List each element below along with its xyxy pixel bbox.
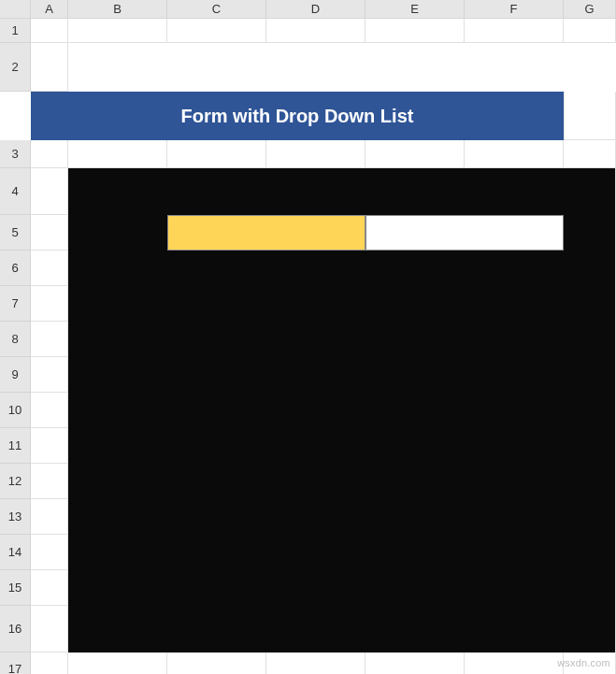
row-header-8[interactable]: 8 [0,322,31,357]
cell-C17[interactable] [167,652,266,674]
cell-D3[interactable] [266,140,365,168]
cell-A15[interactable] [31,570,68,606]
cell-F13[interactable] [465,499,564,535]
row-header-10[interactable]: 10 [0,393,31,428]
row-header-11[interactable]: 11 [0,428,31,464]
cell-F17[interactable] [465,652,564,674]
cell-G13[interactable] [564,499,616,535]
cell-E13[interactable] [365,499,465,535]
cell-B8[interactable] [68,322,167,357]
row-header-9[interactable]: 9 [0,357,31,393]
cell-C1[interactable] [167,19,266,43]
cell-F8[interactable] [465,322,564,357]
cell-A1[interactable] [31,19,68,43]
cell-F7[interactable] [465,286,564,322]
cell-C3[interactable] [167,140,266,168]
cell-B5[interactable] [68,215,167,251]
cell-D17[interactable] [266,652,365,674]
row-header-15[interactable]: 15 [0,570,31,606]
cell-B13[interactable] [68,499,167,535]
cell-C13[interactable] [167,499,266,535]
cell-B4[interactable] [68,168,167,215]
cell-B12[interactable] [68,464,167,499]
cell-E3[interactable] [365,140,465,168]
cell-E6[interactable] [365,251,465,286]
cell-D4[interactable] [266,168,365,215]
col-header-C[interactable]: C [167,0,266,19]
cell-G5[interactable] [564,215,616,251]
cell-D11[interactable] [266,428,365,464]
cell-G4[interactable] [564,168,616,215]
row-header-7[interactable]: 7 [0,286,31,322]
cell-C16[interactable] [167,606,266,652]
cell-F15[interactable] [465,570,564,606]
cell-B10[interactable] [68,393,167,428]
cell-D15[interactable] [266,570,365,606]
cell-G7[interactable] [564,286,616,322]
cell-G9[interactable] [564,357,616,393]
cell-F16[interactable] [465,606,564,652]
cell-E10[interactable] [365,393,465,428]
cell-C9[interactable] [167,357,266,393]
cell-E14[interactable] [365,535,465,570]
cell-A5[interactable] [31,215,68,251]
row-header-5[interactable]: 5 [0,215,31,251]
cell-B16[interactable] [68,606,167,652]
cell-F12[interactable] [465,464,564,499]
cell-G11[interactable] [564,428,616,464]
cell-G6[interactable] [564,251,616,286]
form-label-cell[interactable] [167,215,365,251]
col-header-D[interactable]: D [266,0,365,19]
cell-E12[interactable] [365,464,465,499]
cell-F4[interactable] [465,168,564,215]
cell-C10[interactable] [167,393,266,428]
cell-A7[interactable] [31,286,68,322]
cell-after-title[interactable] [564,92,616,140]
col-header-F[interactable]: F [465,0,564,19]
cell-D9[interactable] [266,357,365,393]
row-header-2[interactable]: 2 [0,43,31,92]
cell-B15[interactable] [68,570,167,606]
cell-A8[interactable] [31,322,68,357]
cell-C14[interactable] [167,535,266,570]
cell-E15[interactable] [365,570,465,606]
form-input-cell[interactable] [365,215,564,251]
cell-G1[interactable] [564,19,616,43]
cell-A17[interactable] [31,652,68,674]
col-header-B[interactable]: B [68,0,167,19]
cell-C12[interactable] [167,464,266,499]
cell-A9[interactable] [31,357,68,393]
cell-B1[interactable] [68,19,167,43]
row-header-4[interactable]: 4 [0,168,31,215]
cell-F10[interactable] [465,393,564,428]
cell-G15[interactable] [564,570,616,606]
col-header-E[interactable]: E [365,0,465,19]
cell-B11[interactable] [68,428,167,464]
cell-F14[interactable] [465,535,564,570]
cell-D6[interactable] [266,251,365,286]
col-header-A[interactable]: A [31,0,68,19]
cell-G12[interactable] [564,464,616,499]
cell-C6[interactable] [167,251,266,286]
cell-D1[interactable] [266,19,365,43]
cell-B6[interactable] [68,251,167,286]
cell-D10[interactable] [266,393,365,428]
row-header-13[interactable]: 13 [0,499,31,535]
cell-E16[interactable] [365,606,465,652]
select-all-corner[interactable] [0,0,31,19]
cell-F3[interactable] [465,140,564,168]
cell-A12[interactable] [31,464,68,499]
cell-E4[interactable] [365,168,465,215]
cell-G16[interactable] [564,606,616,652]
cell-B14[interactable] [68,535,167,570]
row-header-6[interactable]: 6 [0,251,31,286]
row-header-3[interactable]: 3 [0,140,31,168]
cell-G8[interactable] [564,322,616,357]
cell-A2[interactable] [31,43,68,92]
cell-B17[interactable] [68,652,167,674]
cell-B3[interactable] [68,140,167,168]
cell-G14[interactable] [564,535,616,570]
cell-G10[interactable] [564,393,616,428]
cell-C8[interactable] [167,322,266,357]
row-header-14[interactable]: 14 [0,535,31,570]
